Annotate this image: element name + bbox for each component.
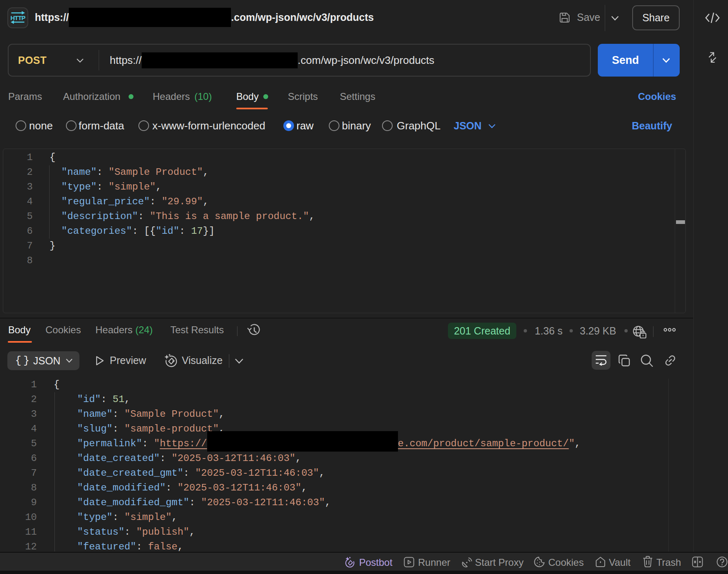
svg-text:HTTP: HTTP <box>11 14 26 21</box>
